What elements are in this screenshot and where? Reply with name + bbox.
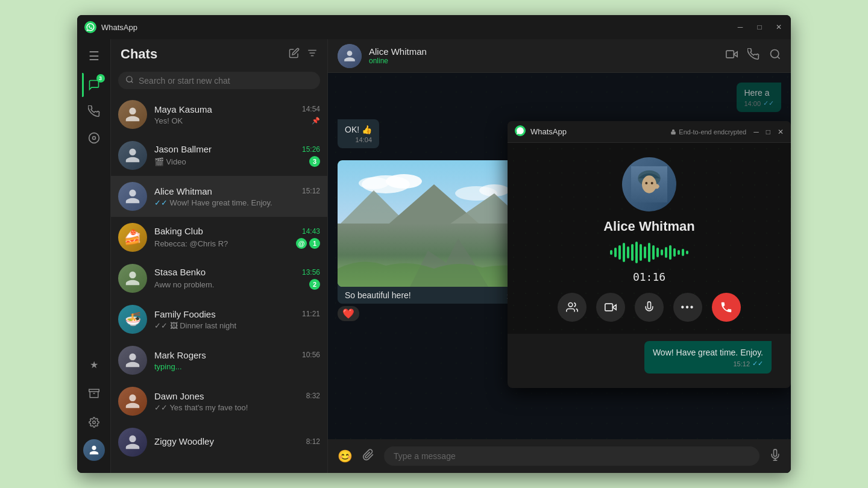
chat-preview-stasa: Aww no problem. [154,280,309,289]
minimize-btn[interactable]: ─ [735,23,745,31]
chat-header: Alice Whitman online [328,39,791,73]
chat-info-dawn: Dawn Jones 8:32 ✓✓ Yes that's my fave to… [154,391,320,412]
chat-info-stasa: Stasa Benko 13:56 Aww no problem. 2 [154,267,320,290]
svg-point-1 [89,133,99,143]
call-encryption-label: End-to-end endcrypted [670,128,746,136]
wave-bar-13 [661,249,663,255]
chat-info-family: Family Foodies 11:21 ✓✓ 🖼 Dinner last ni… [154,309,320,330]
nav-settings-btn[interactable] [82,410,106,434]
msg-image-caption: So beautiful here! 15:06 [338,287,530,304]
call-maximize-btn[interactable]: □ [766,128,770,136]
call-video-btn[interactable] [596,293,625,322]
left-nav: ☰ 3 [77,39,111,473]
at-badge-baking: @ [296,238,307,249]
nav-menu-btn[interactable]: ☰ [82,44,106,68]
wave-bar-17 [678,250,680,255]
call-close-btn[interactable]: ✕ [778,128,784,136]
chat-info-jason: Jason Ballmer 15:26 🎬 Video 3 [154,144,320,167]
chat-header-status: online [369,57,719,65]
call-timer: 01:16 [633,271,665,283]
wave-bar-2 [614,248,617,257]
chat-preview-alice: ✓✓ Wow! Have great time. Enjoy. [154,198,320,207]
avatar-maya [118,100,147,129]
sidebar-title: Chats [121,46,157,62]
pin-icon-maya: 📌 [312,117,320,125]
message-input[interactable] [384,446,760,466]
chat-item-baking[interactable]: 🍰 Baking Club 14:43 Rebecca: @Chris R? @… [111,217,327,258]
avatar-family: 🍜 [118,305,147,334]
avatar-dawn [118,387,147,416]
chat-info-mark: Mark Rogers 10:56 typing... [154,350,320,371]
call-header-btn[interactable] [747,48,760,63]
chat-item-dawn[interactable]: Dawn Jones 8:32 ✓✓ Yes that's my fave to… [111,381,327,422]
nav-calls-btn[interactable] [82,99,106,124]
wave-bar-11 [652,245,655,260]
call-minimize-btn[interactable]: ─ [753,128,759,136]
svg-rect-12 [726,51,734,58]
nav-avatar-btn[interactable] [83,439,105,461]
wave-bar-12 [656,248,659,257]
maximize-btn[interactable]: □ [755,23,764,31]
chat-preview-mark: typing... [154,362,320,371]
call-participants-btn[interactable] [558,293,587,322]
chat-item-alice[interactable]: Alice Whitman 15:12 ✓✓ Wow! Have great t… [111,176,327,217]
nav-starred-btn[interactable]: ★ [82,352,106,377]
caption-text: So beautiful here! [345,290,411,300]
svg-point-33 [651,182,653,184]
chat-preview-maya: Yes! OK [154,116,312,125]
window-controls: ─ □ ✕ [735,23,784,31]
nav-status-btn[interactable] [82,126,106,150]
chat-item-mark[interactable]: Mark Rogers 10:56 typing... [111,340,327,381]
msg-ticks-here: ✓✓ [763,99,774,107]
nav-chats-btn[interactable]: 3 [82,73,106,97]
filter-btn[interactable] [307,48,318,61]
chat-preview-family: ✓✓ 🖼 Dinner last night [154,321,320,330]
svg-point-32 [645,182,647,184]
chat-item-stasa[interactable]: Stasa Benko 13:56 Aww no problem. 2 [111,258,327,299]
svg-rect-3 [89,389,99,392]
chat-info-ziggy: Ziggy Woodley 8:12 [154,436,320,448]
call-last-msg-ticks: ✓✓ [752,360,763,368]
msg-text-here: Here a [744,88,769,98]
chat-preview-jason: 🎬 Video [154,157,309,166]
msg-image [338,160,530,287]
chat-name-ziggy: Ziggy Woodley [154,436,214,446]
emoji-btn[interactable]: 😊 [338,449,353,463]
chat-time-alice: 15:12 [302,187,320,195]
attach-btn[interactable] [362,449,374,464]
chat-item-jason[interactable]: Jason Ballmer 15:26 🎬 Video 3 [111,135,327,176]
svg-point-34 [653,184,659,189]
svg-line-14 [778,57,780,59]
chat-header-avatar[interactable] [338,44,362,68]
new-chat-btn[interactable] [289,48,300,61]
wave-bar-4 [623,243,625,262]
wave-bar-10 [648,243,650,262]
title-bar: WhatsApp ─ □ ✕ [77,15,791,39]
svg-point-18 [359,177,389,189]
call-end-btn[interactable] [712,293,741,322]
close-btn[interactable]: ✕ [774,23,784,31]
sidebar: Chats [111,39,328,473]
search-bar[interactable] [118,72,320,89]
search-chat-btn[interactable] [769,48,781,63]
svg-rect-28 [671,131,676,134]
call-more-btn[interactable]: ••• [673,293,702,322]
chat-time-dawn: 8:32 [306,392,320,400]
chat-time-baking: 14:43 [302,227,320,236]
chat-name-maya: Maya Kasuma [154,104,212,114]
call-mute-btn[interactable] [635,293,664,322]
chat-header-info: Alice Whitman online [369,46,719,65]
video-call-header-btn[interactable] [726,48,738,63]
wave-bar-5 [627,246,629,258]
nav-archive-btn[interactable] [82,381,106,405]
chat-item-maya[interactable]: Maya Kasuma 14:54 Yes! OK 📌 [111,94,327,135]
mic-btn[interactable] [769,449,781,464]
chat-item-family[interactable]: 🍜 Family Foodies 11:21 ✓✓ 🖼 Dinner last … [111,299,327,340]
chat-area: Alice Whitman online [328,39,791,473]
chat-item-ziggy[interactable]: Ziggy Woodley 8:12 [111,422,327,463]
search-input[interactable] [139,76,313,86]
call-last-msg-row: Wow! Have great time. Enjoy. 15:12 ✓✓ [508,334,791,388]
chat-list: Maya Kasuma 14:54 Yes! OK 📌 [111,94,327,473]
chat-time-mark: 10:56 [302,351,320,359]
wave-bar-8 [640,244,642,261]
